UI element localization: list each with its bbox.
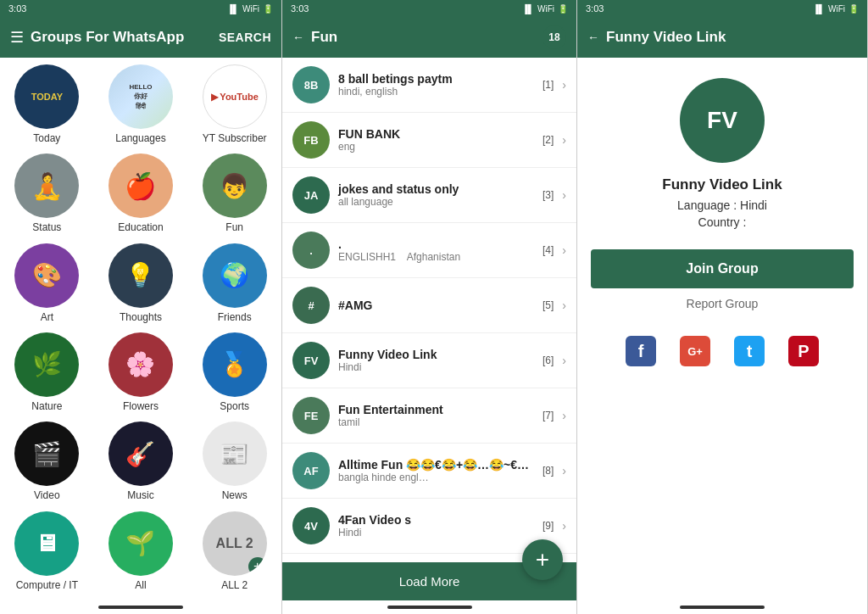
- list-item[interactable]: FB FUN BANK eng [2] ›: [282, 113, 576, 168]
- twitter-share-button[interactable]: t: [731, 332, 768, 370]
- category-all[interactable]: 🌱 All: [97, 511, 185, 594]
- back-arrow-icon-2: ←: [292, 31, 304, 44]
- menu-icon[interactable]: ☰: [10, 28, 24, 47]
- category-news[interactable]: 📰 News: [191, 421, 278, 504]
- category-languages[interactable]: HELLO你好हिंदी Languages: [97, 64, 185, 147]
- group-lang: Hindi: [338, 527, 542, 539]
- group-avatar: JA: [292, 176, 330, 214]
- header-1: ☰ Groups For WhatsApp SEARCH: [0, 17, 281, 58]
- battery-icon-2: 🔋: [558, 4, 568, 14]
- back-button-3[interactable]: ←: [587, 31, 599, 44]
- category-education[interactable]: 🍎 Education: [97, 154, 185, 236]
- group-info: 8 ball betings paytm hindi, english: [338, 72, 542, 98]
- chevron-icon: ›: [562, 188, 566, 202]
- group-number: [3]: [542, 189, 554, 201]
- group-number: [6]: [542, 354, 554, 366]
- group-lang: bangla hinde engl…: [338, 472, 542, 483]
- language-detail: Language : Hindi: [677, 198, 767, 212]
- group-lang: Hindi: [338, 361, 542, 373]
- header-2: ← Fun 18: [282, 17, 576, 58]
- languages-label: Languages: [115, 132, 165, 144]
- panel-fun-list: 3:03 ▐▌ WiFi 🔋 ← Fun 18 8B 8 ball beting…: [282, 0, 577, 614]
- thoughts-label: Thoughts: [120, 311, 162, 323]
- category-status[interactable]: 🧘 Status: [3, 154, 91, 236]
- chevron-icon: ›: [562, 299, 566, 312]
- group-lang: all language: [338, 196, 542, 208]
- list-item[interactable]: FV Funny Video Link Hindi [6] ›: [282, 333, 576, 388]
- video-label: Video: [34, 489, 59, 501]
- google-plus-share-button[interactable]: G+: [676, 332, 714, 370]
- group-info: jokes and status only all language: [338, 182, 542, 208]
- language-value: Hindi: [740, 198, 767, 212]
- avatar-text: FV: [707, 107, 737, 134]
- list-item[interactable]: AF Alltime Fun 😂😂€😂+😂…😂~€… bangla hinde …: [282, 444, 576, 499]
- category-friends[interactable]: 🌍 Friends: [191, 243, 278, 326]
- status-bar-1: 3:03 ▐▌ WiFi 🔋: [0, 0, 281, 17]
- friends-icon: 🌍: [203, 243, 267, 308]
- group-name: Alltime Fun 😂😂€😂+😂…😂~€…: [338, 458, 542, 472]
- all-label: All: [135, 579, 146, 591]
- category-music[interactable]: 🎸 Music: [97, 421, 185, 504]
- group-number: [1]: [542, 79, 554, 91]
- category-all2[interactable]: ALL 2 + ALL 2: [191, 511, 278, 594]
- flowers-label: Flowers: [123, 400, 159, 412]
- list-item[interactable]: . . ENGLISHH1 Afghanistan [4] ›: [282, 223, 576, 278]
- category-video[interactable]: 🎬 Video: [3, 421, 91, 504]
- group-name: 8 ball betings paytm: [338, 72, 542, 86]
- wifi-icon-3: WiFi: [828, 4, 845, 14]
- group-info: Funny Video Link Hindi: [338, 348, 542, 373]
- facebook-share-button[interactable]: f: [622, 332, 659, 370]
- education-icon: 🍎: [108, 154, 173, 218]
- category-computer-it[interactable]: 🖥 Computre / IT: [3, 511, 91, 594]
- group-lang: ENGLISHH1 Afghanistan: [338, 251, 542, 263]
- group-number: [4]: [542, 244, 554, 256]
- category-sports[interactable]: 🏅 Sports: [191, 332, 278, 415]
- group-detail-body: FV Funny Video Link Language : Hindi Cou…: [577, 58, 867, 600]
- music-label: Music: [127, 489, 153, 501]
- status-label: Status: [32, 221, 61, 233]
- category-thoughts[interactable]: 💡 Thoughts: [97, 243, 185, 326]
- category-yt-subscriber[interactable]: ▶ YouTube YT Subscriber: [191, 64, 278, 147]
- list-item[interactable]: # #AMG [5] ›: [282, 278, 576, 333]
- group-right: [4] ›: [542, 243, 566, 257]
- home-indicator-2: [387, 606, 472, 609]
- back-button-2[interactable]: ←: [292, 31, 304, 44]
- join-group-button[interactable]: Join Group: [591, 249, 854, 288]
- status-icons-2: ▐▌ WiFi 🔋: [522, 4, 568, 14]
- battery-icon-3: 🔋: [849, 4, 859, 14]
- home-indicator-1: [98, 606, 183, 609]
- fab-button[interactable]: +: [522, 539, 563, 580]
- report-group-button[interactable]: Report Group: [678, 288, 767, 319]
- group-avatar: .: [292, 232, 330, 269]
- group-avatar: #: [292, 287, 330, 324]
- group-number: [2]: [542, 134, 554, 146]
- list-item[interactable]: FE Fun Entertainment tamil [7] ›: [282, 388, 576, 444]
- search-button[interactable]: SEARCH: [219, 31, 271, 44]
- social-share-row: f G+ t P: [622, 332, 822, 370]
- category-nature[interactable]: 🌿 Nature: [3, 332, 91, 415]
- svg-text:P: P: [798, 342, 809, 360]
- status-bar-2: 3:03 ▐▌ WiFi 🔋: [282, 0, 576, 17]
- app-title: Groups For WhatsApp: [31, 29, 219, 46]
- pinterest-share-button[interactable]: P: [785, 332, 822, 370]
- count-badge: 18: [542, 25, 566, 49]
- group-list: 8B 8 ball betings paytm hindi, english […: [282, 58, 576, 562]
- fun-icon: 👦: [203, 154, 267, 218]
- category-fun[interactable]: 👦 Fun: [191, 154, 278, 236]
- group-info: Fun Entertainment tamil: [338, 403, 542, 428]
- status-bar-3: 3:03 ▐▌ WiFi 🔋: [577, 0, 867, 17]
- group-avatar: FB: [292, 121, 330, 159]
- list-item[interactable]: JA jokes and status only all language [3…: [282, 168, 576, 223]
- gplus-icon: G+: [680, 336, 710, 366]
- yt-label: YT Subscriber: [203, 132, 267, 144]
- svg-text:t: t: [747, 342, 753, 360]
- group-name: Fun Entertainment: [338, 403, 542, 416]
- category-today[interactable]: TODAY Today: [3, 64, 91, 147]
- languages-icon: HELLO你好हिंदी: [108, 64, 173, 129]
- list-item[interactable]: 8B 8 ball betings paytm hindi, english […: [282, 58, 576, 113]
- group-avatar: 8B: [292, 66, 330, 103]
- news-icon: 📰: [203, 421, 267, 486]
- panel-categories: 3:03 ▐▌ WiFi 🔋 ☰ Groups For WhatsApp SEA…: [0, 0, 282, 614]
- category-flowers[interactable]: 🌸 Flowers: [97, 332, 185, 415]
- category-art[interactable]: 🎨 Art: [3, 243, 91, 326]
